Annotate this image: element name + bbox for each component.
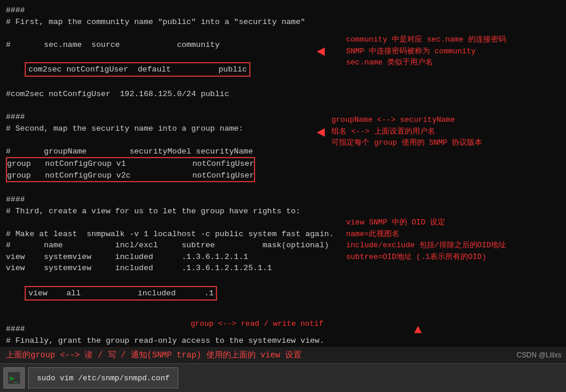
line-text: # Second, map the security name into a g… xyxy=(6,124,243,133)
line-text: view systemview included .1.3.6.1.2.1.25… xyxy=(6,264,272,272)
line-text: view systemview included .1.3.6.1.2.1.1 xyxy=(6,253,248,261)
line-25: # Finally, grant the group read-only acc… xyxy=(6,335,560,347)
ann1-line1: community 中是对应 sec.name 的连接密码 xyxy=(346,34,506,46)
line-text: # Third, create a view for us to let the… xyxy=(6,207,300,216)
ann2-line1: groupName <--> securityName xyxy=(331,114,482,126)
watermark-text: CSDN @Lilixs xyxy=(517,351,561,359)
line-text: #com2sec notConfigUser 192.168.125.0/24 … xyxy=(6,90,229,98)
ann3-line4: subtree=OID地址 (.1表示所有的OID) xyxy=(346,251,506,263)
line-text: #### xyxy=(6,6,25,15)
ann2-line2: 组名 <--> 上面设置的用户名 xyxy=(331,126,482,138)
ann1-line2: SNMP 中连接密码被称为 community xyxy=(346,46,506,57)
line-text: # Make at least snmpwalk -v 1 localhost … xyxy=(6,230,334,238)
line-13: group notConfigGroup v2c notConfigUser xyxy=(7,170,254,182)
arrow-1: ◄ xyxy=(317,42,325,63)
bottom-status-bar: 上面的group <--> 读 / 写 / 通知(SNMP trap) 使用的上… xyxy=(0,347,566,363)
taskbar-app-icon[interactable]: >_ xyxy=(4,367,25,388)
line-7 xyxy=(6,100,560,112)
line-text: #### xyxy=(6,195,25,204)
taskbar-title-text: sudo vim /etc/snmp/snmpd.conf xyxy=(37,374,170,383)
line-6: #com2sec notConfigUser 192.168.125.0/24 … xyxy=(6,88,560,100)
ann4-line1: group <--> read / write notif xyxy=(191,318,323,330)
line-1: #### xyxy=(6,5,560,16)
line-21: view systemview included .1.3.6.1.2.1.25… xyxy=(6,263,560,274)
line-text: # sec.name source community xyxy=(6,40,220,49)
line-14 xyxy=(6,182,560,194)
line-text: group notConfigGroup v2c notConfigUser xyxy=(7,171,254,180)
arrow-4: ▲ xyxy=(414,321,422,340)
line-text: # First, map the community name "public"… xyxy=(6,18,305,26)
line-text: #### xyxy=(6,113,25,121)
ann2-line3: 可指定每个 group 使用的 SNMP 协议版本 xyxy=(331,137,482,149)
ann1-line3: sec.name 类似于用户名 xyxy=(346,57,506,69)
line-15: #### xyxy=(6,194,560,206)
line-text: # Finally, grant the group read-only acc… xyxy=(6,336,324,345)
ann3-line3: include/exclude 包括/排除之后的OID地址 xyxy=(346,240,506,251)
line-text: # groupName securityModel securityName xyxy=(6,147,253,156)
highlight-group-block: group notConfigGroup v1 notConfigUser gr… xyxy=(6,157,255,182)
annotation-group-rw: group <--> read / write notif xyxy=(191,318,323,330)
highlight-box-1: com2sec notConfigUser default public xyxy=(25,62,250,77)
bottom-description: 上面的group <--> 读 / 写 / 通知(SNMP trap) 使用的上… xyxy=(6,350,301,360)
annotation-community: community 中是对应 sec.name 的连接密码 SNMP 中连接密码… xyxy=(346,34,506,69)
watermark: CSDN @Lilixs xyxy=(517,351,561,359)
highlight-box-3: view all included .1 xyxy=(25,286,217,301)
line-12: group notConfigGroup v1 notConfigUser xyxy=(7,158,254,170)
taskbar: >_ sudo vim /etc/snmp/snmpd.conf xyxy=(0,363,566,392)
line-text: group notConfigGroup v1 notConfigUser xyxy=(7,159,254,168)
annotation-view: view SNMP 中的 OID 设定 name=此视图名 include/ex… xyxy=(346,217,506,263)
terminal-icon: >_ xyxy=(8,372,20,384)
line-2: # First, map the community name "public"… xyxy=(6,16,560,28)
annotation-groupname: groupName <--> securityName 组名 <--> 上面设置… xyxy=(331,114,482,149)
ann3-line2: name=此视图名 xyxy=(346,229,506,240)
line-16: # Third, create a view for us to let the… xyxy=(6,206,560,217)
line-text: #### xyxy=(6,325,25,333)
ann3-line1: view SNMP 中的 OID 设定 xyxy=(346,217,506,229)
terminal: #### # First, map the community name "pu… xyxy=(0,0,566,363)
arrow-2: ◄ xyxy=(317,123,325,144)
line-text: # name incl/excl subtree mask(optional) xyxy=(6,241,329,250)
taskbar-window-title[interactable]: sudo vim /etc/snmp/snmpd.conf xyxy=(28,367,178,388)
line-22: view all included .1 xyxy=(6,274,560,312)
svg-text:>_: >_ xyxy=(9,374,18,383)
